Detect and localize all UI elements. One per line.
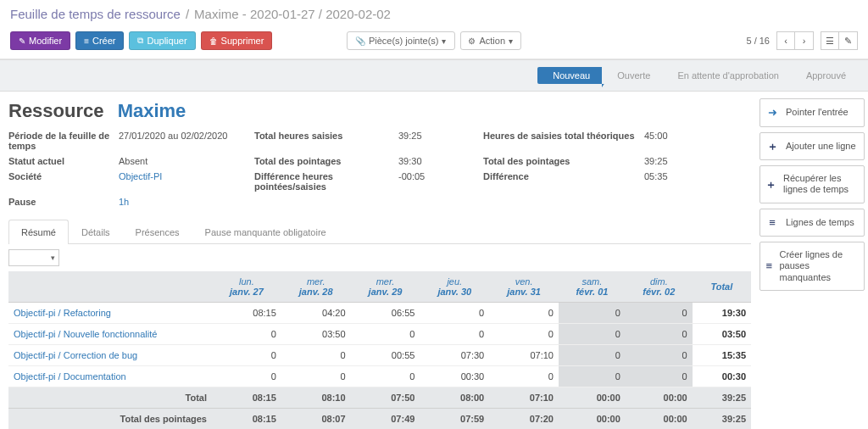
cell: 00:00 [626,409,693,430]
tab-presences[interactable]: Présences [123,220,192,244]
delete-label: Supprimer [221,36,264,46]
modify-button[interactable]: ✎Modifier [10,31,70,50]
sidebar-pointer-button[interactable]: ➜Pointer l'entrée [760,98,865,127]
cell[interactable]: 0 [420,303,489,324]
cell[interactable]: 0 [626,345,693,366]
filter-row: ▾ [8,244,751,271]
pause-value[interactable]: 1h [119,197,246,207]
action-button[interactable]: ⚙Action▾ [459,31,521,50]
row-total: 39:25 [693,387,751,409]
tab-details[interactable]: Détails [69,220,123,244]
total-row-label: Total [8,387,212,409]
cell: 07:49 [351,409,420,430]
sidebar-lines-button[interactable]: ≡Lignes de temps [760,209,865,237]
view-list-button[interactable]: ☰ [821,31,839,50]
cell: 08:15 [212,387,281,409]
cell[interactable]: 0 [489,303,559,324]
sidebar-add-button[interactable]: ＋Ajouter une ligne [760,132,865,161]
cell: 07:50 [351,387,420,409]
toolbar: ✎Modifier ≡Créer ⧉Dupliquer 🗑Supprimer 📎… [0,28,868,59]
cell[interactable]: 07:10 [489,345,559,366]
cell[interactable]: 0 [281,345,351,366]
grid-row: Objectif-pi / Refactoring08:1504:2006:55… [8,303,751,324]
period-label: Période de la feuille de temps [8,131,110,151]
cell[interactable]: 0 [559,345,626,366]
grid-total-row: Total08:1508:1007:5008:0007:1000:0000:00… [8,387,751,409]
day-header: jeu.janv. 30 [420,271,489,303]
attachments-button[interactable]: 📎Pièce(s) jointe(s)▾ [347,31,455,50]
cell[interactable]: 0 [626,324,693,345]
row-label[interactable]: Objectif-pi / Documentation [8,366,212,387]
cell[interactable]: 0 [626,303,693,324]
sidebar-recover-button[interactable]: ＋Récupérer les lignes de temps [760,165,865,203]
day-header: lun.janv. 27 [212,271,281,303]
paperclip-icon: 📎 [355,36,365,46]
cell[interactable]: 04:20 [281,303,351,324]
row-label[interactable]: Objectif-pi / Correction de bug [8,345,212,366]
cell[interactable]: 0 [559,324,626,345]
cell[interactable]: 08:15 [212,303,281,324]
day-header: sam.févr. 01 [559,271,626,303]
cell[interactable]: 0 [626,366,693,387]
delete-button[interactable]: 🗑Supprimer [201,31,273,50]
cell[interactable]: 0 [489,366,559,387]
pager-text: 5 / 16 [746,36,770,46]
row-label[interactable]: Objectif-pi / Nouvelle fonctionnalité [8,324,212,345]
arrow-right-icon: ➜ [765,106,779,120]
view-form-button[interactable]: ✎ [839,31,858,50]
trash-icon: 🗑 [209,36,218,46]
total-header: Total [693,271,751,303]
plus-icon: ＋ [765,140,779,153]
cell[interactable]: 0 [351,366,420,387]
filter-dropdown[interactable]: ▾ [8,249,59,266]
cell[interactable]: 0 [420,324,489,345]
cell: 08:10 [281,387,351,409]
ths-label: Total heures saisies [254,131,390,151]
cell[interactable]: 0 [281,366,351,387]
tdp2-value: 39:25 [644,156,695,166]
cell[interactable]: 0 [559,303,626,324]
cell[interactable]: 0 [559,366,626,387]
cell[interactable]: 03:50 [281,324,351,345]
status-ouverte[interactable]: Ouverte [602,67,662,84]
row-label[interactable]: Objectif-pi / Refactoring [8,303,212,324]
tab-resume[interactable]: Résumé [8,220,69,244]
cell[interactable]: 06:55 [351,303,420,324]
sidebar: ➜Pointer l'entrée ＋Ajouter une ligne ＋Ré… [760,92,868,429]
plus-icon: ＋ [765,178,776,192]
diff-label: Différence heures pointées/saisies [254,171,390,192]
breadcrumb-current: Maxime - 2020-01-27 / 2020-02-02 [194,7,391,21]
diff2-value: 05:35 [644,171,695,192]
status-nouveau[interactable]: Nouveau [537,67,602,84]
ths-value: 39:25 [398,131,475,151]
cell[interactable]: 0 [212,366,281,387]
breadcrumb-root[interactable]: Feuille de temps de ressource [10,7,181,21]
cell[interactable]: 0 [212,324,281,345]
create-button[interactable]: ≡Créer [75,31,124,50]
ressource-name[interactable]: Maxime [118,100,186,121]
cell: 08:07 [281,409,351,430]
cell[interactable]: 00:30 [420,366,489,387]
cell: 07:20 [489,409,559,430]
duplicate-button[interactable]: ⧉Dupliquer [129,31,195,50]
create-label: Créer [92,36,116,46]
cell[interactable]: 07:30 [420,345,489,366]
diff-value: -00:05 [398,171,475,192]
status-attente[interactable]: En attente d'approbation [662,67,791,84]
cell[interactable]: 0 [212,345,281,366]
cell[interactable]: 0 [489,324,559,345]
pager-next[interactable]: › [795,31,814,50]
status-approuve[interactable]: Approuvé [791,67,858,84]
tab-pause[interactable]: Pause manquante obligatoire [192,220,339,244]
tdp2-label: Total des pointages [483,156,636,166]
cell[interactable]: 0 [351,324,420,345]
sidebar-create-pauses-button[interactable]: ≡Créer lignes de pauses manquantes [760,242,865,291]
cell: 08:00 [420,387,489,409]
sidebar-lines-label: Lignes de temps [786,217,854,228]
societe-value[interactable]: Objectif-PI [119,171,246,192]
modify-label: Modifier [29,36,62,46]
time-grid: lun.janv. 27 mer.janv. 28 mer.janv. 29 j… [8,271,751,429]
cell[interactable]: 00:55 [351,345,420,366]
sidebar-add-label: Ajouter une ligne [786,141,856,152]
pager-prev[interactable]: ‹ [776,31,795,50]
